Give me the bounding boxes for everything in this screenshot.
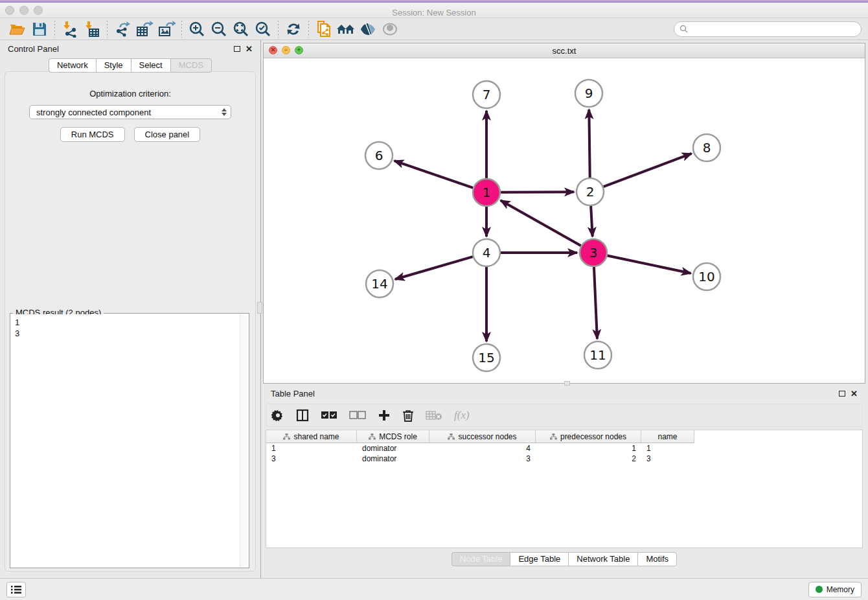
tab-edge-table[interactable]: Edge Table — [510, 552, 568, 566]
delete-table-icon[interactable] — [426, 410, 442, 421]
toolbar-separator — [308, 21, 309, 38]
node-label-8: 8 — [703, 140, 711, 156]
edge-1-2[interactable] — [501, 192, 574, 192]
edge-2-8[interactable] — [604, 154, 692, 187]
optimization-criterion-dropdown[interactable]: strongly connected component — [29, 105, 231, 119]
cell-shared-name[interactable]: 1 — [266, 444, 357, 453]
node-label-9: 9 — [585, 86, 593, 101]
style-preview-icon[interactable] — [357, 19, 379, 39]
list-icon — [11, 585, 21, 594]
network-splitter-grip[interactable] — [564, 381, 570, 386]
zoom-fit-icon[interactable] — [230, 19, 252, 39]
task-history-button[interactable] — [6, 582, 26, 597]
column-layout-icon[interactable] — [296, 409, 309, 422]
cell-MCDS-role[interactable]: dominator — [357, 444, 429, 453]
import-table-icon[interactable] — [81, 19, 103, 39]
memory-status-icon — [816, 586, 823, 593]
tab-style[interactable]: Style — [96, 58, 131, 73]
control-panel-title: Control Panel — [8, 44, 59, 54]
duplicate-network-icon[interactable] — [313, 19, 335, 39]
node-label-11: 11 — [589, 347, 606, 363]
eye-icon[interactable] — [379, 19, 401, 39]
close-table-panel-icon[interactable]: ✕ — [851, 389, 858, 398]
dropdown-stepper-icon — [222, 108, 227, 116]
tab-network-table[interactable]: Network Table — [568, 552, 637, 566]
home-icon[interactable] — [335, 19, 357, 39]
run-mcds-button[interactable]: Run MCDS — [60, 127, 125, 142]
search-field[interactable] — [674, 21, 862, 37]
cell-name[interactable]: 3 — [641, 454, 694, 463]
tab-mcds[interactable]: MCDS — [170, 58, 212, 73]
zoom-selected-icon[interactable] — [252, 19, 274, 39]
node-label-1: 1 — [483, 185, 491, 200]
cell-MCDS-role[interactable]: dominator — [357, 454, 429, 463]
node-label-2: 2 — [586, 184, 595, 200]
zoom-in-icon[interactable] — [186, 19, 208, 39]
function-icon[interactable]: f(x) — [454, 409, 470, 422]
cell-successor-nodes[interactable]: 3 — [429, 454, 536, 463]
node-label-14: 14 — [371, 276, 387, 292]
gear-icon[interactable] — [271, 409, 284, 422]
edge-1-6[interactable] — [394, 161, 474, 188]
edge-2-9[interactable] — [589, 110, 589, 178]
table-row[interactable]: 1dominator411 — [266, 443, 862, 454]
column-header-predecessor-nodes[interactable]: predecessor nodes — [536, 430, 641, 443]
search-input[interactable] — [691, 25, 856, 34]
table-panel-title: Table Panel — [271, 389, 315, 398]
add-icon[interactable] — [378, 409, 391, 422]
export-image-icon[interactable] — [155, 19, 177, 39]
tab-node-table[interactable]: Node Table — [451, 552, 510, 566]
deselect-all-icon[interactable] — [349, 411, 366, 420]
tab-network[interactable]: Network — [49, 58, 96, 73]
table-row[interactable]: 3dominator323 — [266, 454, 862, 464]
control-panel-tabs: NetworkStyleSelectMCDS — [0, 58, 260, 73]
edge-3-1[interactable] — [501, 200, 581, 246]
save-session-icon[interactable] — [29, 19, 51, 39]
mcds-result-group: MCDS result (2 nodes) 1 3 — [10, 313, 249, 568]
table-tabs: Node TableEdge TableNetwork TableMotifs — [263, 552, 865, 566]
cell-predecessor-nodes[interactable]: 2 — [536, 454, 641, 463]
mcds-result-text[interactable]: 1 3 — [11, 314, 240, 567]
delete-icon[interactable] — [402, 409, 414, 422]
float-table-panel-icon[interactable] — [839, 391, 845, 397]
edge-3-10[interactable] — [608, 256, 691, 273]
edge-4-14[interactable] — [395, 257, 473, 279]
column-header-MCDS-role[interactable]: MCDS role — [357, 430, 429, 443]
memory-button[interactable]: Memory — [808, 582, 862, 597]
export-table-icon[interactable] — [133, 19, 155, 39]
select-all-icon[interactable] — [321, 411, 337, 420]
network-window-titlebar[interactable]: ✕ − + scc.txt — [264, 43, 865, 58]
refresh-icon[interactable] — [282, 19, 304, 39]
import-network-icon[interactable] — [59, 19, 81, 39]
tab-motifs[interactable]: Motifs — [637, 552, 677, 566]
node-label-15: 15 — [478, 350, 494, 365]
float-panel-icon[interactable] — [234, 46, 240, 52]
cell-predecessor-nodes[interactable]: 1 — [536, 444, 641, 453]
node-table[interactable]: shared nameMCDS rolesuccessor nodesprede… — [266, 430, 863, 548]
network-close-button[interactable]: ✕ — [269, 46, 277, 54]
open-file-icon[interactable] — [6, 19, 29, 39]
main-toolbar — [0, 18, 868, 40]
close-panel-icon[interactable]: ✕ — [246, 45, 253, 53]
column-header-successor-nodes[interactable]: successor nodes — [429, 430, 536, 443]
toolbar-separator — [54, 21, 55, 38]
cell-successor-nodes[interactable]: 4 — [429, 444, 536, 453]
table-header-row: shared nameMCDS rolesuccessor nodesprede… — [266, 430, 862, 443]
result-scrollbar[interactable] — [240, 314, 248, 567]
zoom-out-icon[interactable] — [208, 19, 230, 39]
close-panel-button[interactable]: Close panel — [134, 127, 201, 142]
panel-splitter-grip[interactable] — [257, 302, 262, 314]
cell-shared-name[interactable]: 3 — [266, 454, 357, 463]
edge-2-3[interactable] — [591, 206, 593, 237]
cell-name[interactable]: 1 — [641, 444, 694, 453]
network-minimize-button[interactable]: − — [282, 46, 290, 54]
network-graph[interactable]: 7968124314101511 — [264, 58, 865, 383]
table-toolbar: f(x) — [266, 404, 863, 427]
network-canvas[interactable]: 7968124314101511 — [264, 58, 865, 383]
column-header-name[interactable]: name — [641, 430, 694, 443]
export-network-icon[interactable] — [111, 19, 133, 39]
edge-3-11[interactable] — [594, 267, 597, 339]
tab-select[interactable]: Select — [131, 58, 170, 73]
network-maximize-button[interactable]: + — [295, 46, 303, 54]
column-header-shared-name[interactable]: shared name — [266, 430, 357, 443]
